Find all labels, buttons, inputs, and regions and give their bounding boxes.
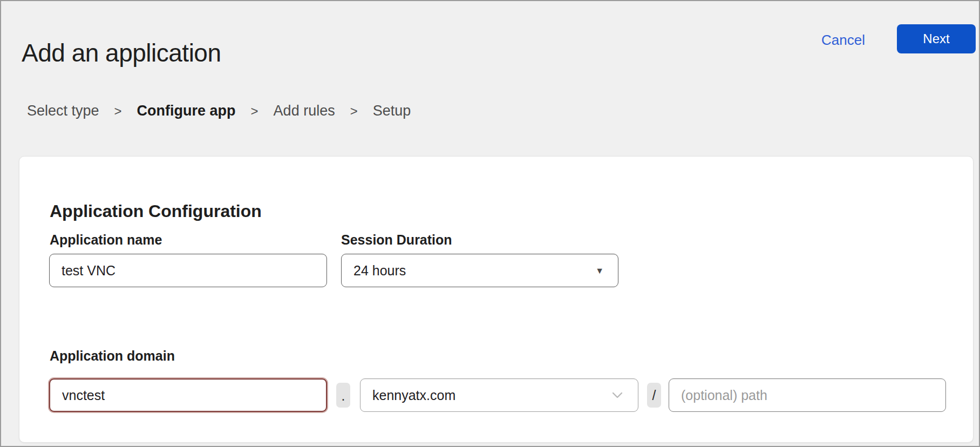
domain-select[interactable]: kennyatx.com — [360, 378, 638, 412]
section-title: Application Configuration — [50, 201, 262, 221]
breadcrumb-separator-icon: > — [251, 104, 258, 119]
breadcrumb-separator-icon: > — [114, 104, 122, 119]
session-duration-select[interactable]: 24 hours ▼ — [341, 254, 618, 287]
slash-separator-glyph: / — [652, 388, 656, 403]
session-duration-value: 24 hours — [353, 263, 406, 279]
breadcrumb-step-add-rules[interactable]: Add rules — [274, 103, 335, 119]
next-button[interactable]: Next — [897, 24, 976, 53]
dot-separator-glyph: . — [342, 388, 345, 404]
domain-select-value: kennyatx.com — [372, 388, 455, 403]
caret-down-icon: ▼ — [595, 267, 604, 275]
subdomain-input[interactable] — [49, 378, 327, 412]
wizard-breadcrumb: Select type > Configure app > Add rules … — [27, 103, 411, 119]
path-input[interactable] — [669, 378, 946, 412]
chevron-down-icon — [612, 392, 623, 398]
application-name-input[interactable] — [49, 254, 327, 287]
session-duration-label: Session Duration — [341, 232, 452, 248]
application-domain-label: Application domain — [50, 348, 175, 364]
page-title: Add an application — [22, 38, 221, 67]
application-configuration-card: Application Configuration Application na… — [19, 156, 974, 443]
add-application-page: Add an application Cancel Next Select ty… — [0, 0, 980, 447]
dot-separator: . — [336, 383, 350, 408]
breadcrumb-step-setup[interactable]: Setup — [373, 103, 411, 119]
breadcrumb-separator-icon: > — [350, 104, 358, 119]
breadcrumb-step-configure-app[interactable]: Configure app — [137, 103, 236, 119]
cancel-button[interactable]: Cancel — [818, 31, 868, 49]
slash-separator: / — [647, 383, 661, 408]
breadcrumb-step-select-type[interactable]: Select type — [27, 103, 99, 119]
application-name-label: Application name — [50, 232, 162, 248]
